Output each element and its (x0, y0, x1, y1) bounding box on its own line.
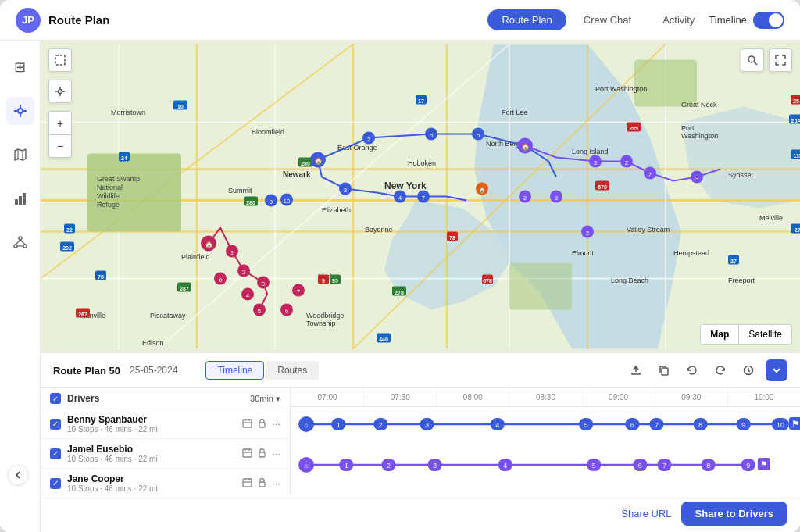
driver-checkbox-jane[interactable]: ✓ (50, 478, 61, 489)
copy-btn[interactable] (653, 359, 675, 381)
svg-rect-34 (634, 60, 697, 107)
time-08: 08:00 (436, 388, 509, 406)
expand-panel-btn[interactable] (766, 359, 788, 381)
driver-name-benny: Benny Spanbauer (67, 414, 236, 425)
lock-icon-jamel[interactable] (257, 448, 267, 460)
main-content: Great Swamp National Wildlife Refuge New… (41, 41, 800, 532)
svg-text:Long Island: Long Island (572, 148, 609, 155)
svg-rect-171 (55, 55, 65, 65)
select-all-checkbox[interactable]: ✓ (50, 393, 61, 404)
tab-activity[interactable]: Activity (648, 9, 709, 30)
svg-text:Elmont: Elmont (572, 249, 595, 257)
more-icon-jane[interactable]: ··· (272, 477, 280, 490)
driver-checkbox-jamel[interactable]: ✓ (50, 448, 61, 459)
svg-text:202: 202 (62, 245, 72, 251)
clock-btn[interactable] (738, 359, 759, 381)
svg-text:New York: New York (384, 180, 427, 191)
time-ruler: 07:00 07:30 08:00 08:30 09:00 09:30 10:0… (291, 388, 800, 407)
svg-text:Hempstead: Hempstead (673, 249, 709, 257)
svg-text:5: 5 (258, 308, 262, 315)
map-select-btn[interactable] (48, 48, 72, 72)
svg-rect-195 (259, 482, 265, 487)
driver-checkbox-benny[interactable]: ✓ (50, 419, 61, 430)
sidebar-icon-map[interactable] (6, 141, 34, 169)
svg-text:9: 9 (746, 462, 750, 470)
more-icon-jamel[interactable]: ··· (272, 448, 280, 460)
driver-row-jamel: ✓ Jamel Eusebio 10 Stops · 46 mins · 22 … (41, 439, 290, 469)
sidebar-icon-chart[interactable] (6, 184, 34, 212)
lock-icon-jane[interactable] (257, 477, 267, 490)
time-filter[interactable]: 30min ▾ (250, 394, 280, 404)
timeline-panel-header: Route Plan 50 25-05-2024 Timeline Routes (41, 353, 800, 388)
svg-text:Great Neck: Great Neck (681, 101, 717, 109)
map-type-satellite[interactable]: Satellite (739, 325, 791, 344)
svg-text:Piscataway: Piscataway (150, 312, 186, 320)
map-expand-btn[interactable] (769, 48, 792, 72)
svg-text:2: 2 (379, 421, 383, 429)
svg-text:1: 1 (230, 249, 234, 256)
map-zoom-out[interactable]: − (48, 134, 72, 158)
svg-text:6: 6 (638, 462, 642, 470)
svg-text:Newark: Newark (283, 170, 311, 179)
bottom-bar: Share URL Share to Drivers (41, 495, 800, 532)
timeline-toggle[interactable] (753, 12, 784, 29)
tl-tab-timeline[interactable]: Timeline (205, 361, 264, 380)
header-right: Timeline (709, 12, 784, 29)
svg-text:⚑: ⚑ (760, 459, 768, 469)
svg-text:3: 3 (594, 159, 598, 166)
more-icon[interactable]: ··· (272, 418, 280, 430)
undo-btn[interactable] (681, 359, 703, 381)
svg-text:4: 4 (398, 195, 402, 202)
redo-btn[interactable] (709, 359, 731, 381)
svg-text:1: 1 (337, 421, 341, 429)
calendar-icon[interactable] (242, 418, 252, 430)
calendar-icon-jane[interactable] (242, 477, 252, 490)
toggle-dot (769, 13, 783, 27)
drivers-header: ✓ Drivers 30min ▾ (41, 388, 290, 409)
svg-text:Bloomfield: Bloomfield (252, 128, 284, 136)
svg-text:7: 7 (422, 195, 426, 202)
map-zoom-controls: + − (48, 111, 72, 158)
svg-text:278: 278 (395, 290, 404, 295)
svg-text:2: 2 (387, 462, 391, 470)
share-drivers-button[interactable]: Share to Drivers (681, 502, 788, 526)
svg-text:678: 678 (598, 184, 607, 190)
svg-text:Great Swamp: Great Swamp (97, 175, 140, 183)
export-btn[interactable] (625, 359, 647, 381)
map-type-map[interactable]: Map (701, 325, 738, 344)
app-frame: JP Route Plan Route Plan Crew Chat Activ… (0, 0, 800, 532)
driver-row-jane: ✓ Jane Cooper 10 Stops · 46 mins · 22 mi (41, 469, 290, 495)
lock-icon[interactable] (257, 418, 267, 430)
map-zoom-in[interactable]: + (48, 111, 72, 134)
driver-info-jane: Jane Cooper 10 Stops · 46 mins · 22 mi (67, 473, 236, 493)
svg-text:8: 8 (698, 421, 702, 429)
map-controls: + − (48, 48, 72, 158)
driver-row-benny: ✓ Benny Spanbauer 10 Stops · 46 mins · 2… (41, 409, 290, 439)
svg-text:4: 4 (495, 421, 499, 429)
time-0930: 09:30 (655, 388, 727, 406)
svg-text:1: 1 (345, 462, 348, 470)
tab-crew-chat[interactable]: Crew Chat (570, 9, 645, 30)
share-url-button[interactable]: Share URL (621, 508, 671, 520)
svg-text:2: 2 (242, 269, 246, 276)
sidebar-icon-network[interactable] (6, 228, 34, 256)
svg-text:4: 4 (503, 462, 507, 470)
route-date: 25-05-2024 (130, 365, 177, 376)
svg-text:🏠: 🏠 (521, 142, 530, 152)
map-location-btn[interactable] (48, 80, 72, 103)
driver-icons-jane: ··· (242, 477, 280, 490)
sidebar-icon-location[interactable] (6, 97, 34, 125)
svg-text:Refuge: Refuge (97, 201, 120, 209)
map-search-btn[interactable] (741, 48, 764, 72)
map-container[interactable]: Great Swamp National Wildlife Refuge New… (41, 41, 800, 352)
svg-point-10 (19, 237, 22, 240)
svg-line-14 (20, 240, 25, 245)
svg-text:9: 9 (741, 421, 745, 429)
route-plan-number: Route Plan 50 (53, 365, 120, 377)
svg-text:287: 287 (180, 286, 189, 291)
calendar-icon-jamel[interactable] (242, 448, 252, 460)
svg-rect-7 (15, 199, 18, 205)
tab-route-plan[interactable]: Route Plan (488, 9, 566, 30)
sidebar-icon-layers[interactable]: ⊞ (6, 53, 34, 81)
tl-tab-routes[interactable]: Routes (266, 361, 319, 380)
